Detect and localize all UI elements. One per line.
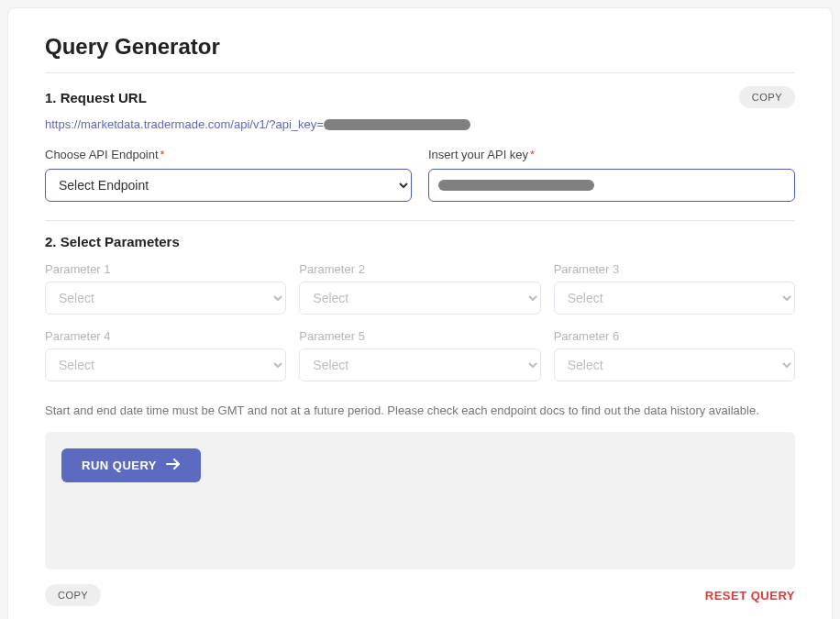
- footer-row: COPY RESET QUERY: [45, 584, 795, 606]
- apikey-col: Insert your API key*: [428, 148, 795, 202]
- request-url-link[interactable]: https://marketdata.tradermade.com/api/v1…: [45, 117, 324, 131]
- section1-title: 1. Request URL: [45, 90, 147, 105]
- apikey-input[interactable]: [428, 169, 795, 202]
- copy-result-button[interactable]: COPY: [45, 584, 101, 606]
- parameter-grid: Parameter 1 Select Parameter 2 Select Pa…: [45, 262, 795, 381]
- result-panel: RUN QUERY: [45, 432, 795, 569]
- apikey-label: Insert your API key*: [428, 148, 795, 161]
- section2-title: 2. Select Parameters: [45, 234, 795, 249]
- endpoint-label: Choose API Endpoint*: [45, 148, 412, 161]
- arrow-right-icon: [166, 458, 181, 473]
- endpoint-col: Choose API Endpoint* Select Endpoint: [45, 148, 412, 202]
- param-label: Parameter 4: [45, 329, 286, 343]
- param-4-select[interactable]: Select: [45, 348, 286, 381]
- param-6: Parameter 6 Select: [554, 329, 795, 381]
- param-2-select[interactable]: Select: [299, 282, 540, 315]
- divider: [45, 72, 795, 73]
- param-5: Parameter 5 Select: [299, 329, 540, 381]
- param-3-select[interactable]: Select: [554, 282, 795, 315]
- query-generator-card: Query Generator 1. Request URL COPY http…: [7, 7, 833, 619]
- endpoint-select[interactable]: Select Endpoint: [45, 169, 412, 202]
- run-query-button[interactable]: RUN QUERY: [61, 448, 201, 482]
- param-1: Parameter 1 Select: [45, 262, 286, 315]
- param-2: Parameter 2 Select: [299, 262, 540, 315]
- redacted-apikey-value: [438, 180, 594, 191]
- request-url-display: https://marketdata.tradermade.com/api/v1…: [45, 117, 795, 131]
- endpoint-apikey-row: Choose API Endpoint* Select Endpoint Ins…: [45, 148, 795, 202]
- redacted-api-key: [324, 119, 470, 130]
- run-query-label: RUN QUERY: [82, 459, 157, 472]
- parameter-note: Start and end date time must be GMT and …: [45, 403, 795, 417]
- required-asterisk: *: [160, 148, 165, 161]
- param-label: Parameter 2: [299, 262, 540, 276]
- param-6-select[interactable]: Select: [554, 348, 795, 381]
- param-1-select[interactable]: Select: [45, 282, 286, 315]
- param-label: Parameter 1: [45, 262, 286, 276]
- divider: [45, 220, 795, 221]
- param-3: Parameter 3 Select: [554, 262, 795, 315]
- param-4: Parameter 4 Select: [45, 329, 286, 381]
- reset-query-link[interactable]: RESET QUERY: [705, 589, 795, 602]
- param-label: Parameter 5: [299, 329, 540, 343]
- required-asterisk: *: [530, 148, 535, 161]
- param-label: Parameter 3: [554, 262, 795, 276]
- page-title: Query Generator: [45, 34, 795, 60]
- param-5-select[interactable]: Select: [299, 348, 540, 381]
- section1-header: 1. Request URL COPY: [45, 86, 795, 108]
- copy-url-button[interactable]: COPY: [739, 86, 795, 108]
- param-label: Parameter 6: [554, 329, 795, 343]
